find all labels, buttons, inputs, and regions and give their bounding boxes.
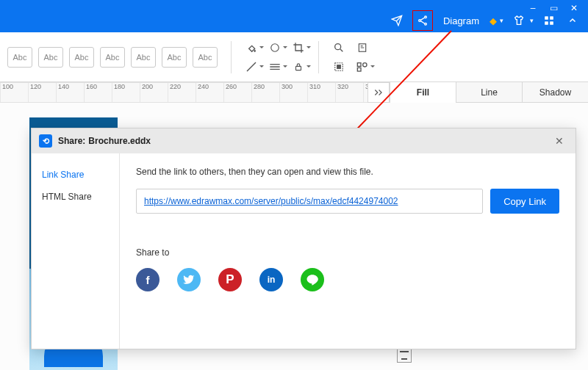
svg-point-14 — [363, 62, 367, 66]
ruler-tick: 280 — [251, 83, 279, 102]
dialog-close-button[interactable]: ✕ — [551, 132, 568, 150]
view-tools — [332, 41, 369, 73]
apps-grid-icon[interactable] — [541, 12, 557, 29]
svg-rect-6 — [550, 21, 553, 25]
dialog-title-filename: Brochure.eddx — [88, 136, 151, 146]
share-to-label: Share to — [136, 247, 559, 258]
ruler-tick: 120 — [28, 83, 56, 102]
ribbon-toolbar: Abc Abc Abc Abc Abc Abc Abc — [0, 32, 588, 82]
ruler-tick: 240 — [196, 83, 223, 102]
components-icon[interactable] — [356, 60, 369, 73]
svg-point-1 — [419, 20, 421, 22]
svg-rect-12 — [337, 65, 341, 68]
svg-rect-4 — [550, 16, 553, 20]
titlebar-actions: Diagram ◆ ▾ ▾ — [389, 10, 581, 31]
tshirt-dropdown-caret-icon[interactable]: ▾ — [530, 17, 534, 24]
style-swatches: Abc Abc Abc Abc Abc Abc Abc — [7, 47, 218, 68]
svg-point-2 — [425, 23, 427, 25]
copy-link-button[interactable]: Copy Link — [490, 189, 559, 214]
dialog-body: Link Share HTML Share Send the link to o… — [32, 153, 576, 349]
tab-fill[interactable]: Fill — [390, 82, 456, 103]
svg-point-7 — [271, 43, 279, 51]
ruler-tick: 140 — [56, 83, 84, 102]
dialog-sidebar: Link Share HTML Share — [32, 153, 120, 349]
shape-tools — [245, 41, 305, 73]
horizontal-ruler: 100 120 140 160 180 200 220 240 260 280 … — [0, 82, 368, 103]
dialog-title-prefix: Share: — [58, 136, 85, 146]
dialog-header: ⟲ Share: Brochure.eddx ✕ — [32, 128, 576, 153]
link-row: Copy Link — [136, 189, 559, 214]
line-style-icon[interactable] — [268, 60, 282, 73]
ruler-tick: 220 — [168, 83, 196, 102]
minimize-button[interactable]: – — [528, 3, 538, 13]
select-all-icon[interactable] — [332, 60, 345, 73]
share-link-input[interactable] — [136, 189, 483, 214]
share-facebook-button[interactable]: f — [136, 268, 159, 291]
collapse-ribbon-icon[interactable] — [564, 12, 581, 29]
diagram-dropdown-caret-icon[interactable]: ▾ — [500, 17, 503, 24]
share-line-button[interactable] — [301, 268, 324, 291]
page-nav-control[interactable] — [397, 348, 412, 363]
page-settings-icon[interactable] — [356, 41, 369, 54]
share-hint-text: Send the link to others, then they can o… — [136, 167, 559, 177]
ruler-tabs-row: 100 120 140 160 180 200 220 240 260 280 … — [0, 82, 588, 103]
svg-rect-15 — [357, 68, 361, 71]
share-linkedin-button[interactable]: in — [259, 268, 283, 291]
share-twitter-button[interactable] — [177, 268, 201, 291]
window-controls: – ▭ ✕ — [528, 3, 579, 13]
ruler-tick: 300 — [279, 83, 307, 102]
ruler-tick: 260 — [223, 83, 251, 102]
share-to-section: Share to f P in — [136, 247, 559, 291]
svg-point-0 — [425, 16, 427, 18]
crop-icon[interactable] — [292, 41, 305, 54]
style-swatch[interactable]: Abc — [100, 47, 125, 68]
app-titlebar: – ▭ ✕ Diagram ◆ ▾ ▾ — [0, 0, 588, 32]
ruler-tick: 200 — [140, 83, 168, 102]
search-icon[interactable] — [332, 41, 345, 54]
share-pinterest-button[interactable]: P — [218, 268, 242, 291]
style-swatch[interactable]: Abc — [38, 47, 63, 68]
style-swatch[interactable]: Abc — [193, 47, 218, 68]
ruler-tick: 160 — [84, 83, 112, 102]
svg-rect-13 — [357, 62, 361, 66]
separator — [231, 41, 232, 73]
tab-line[interactable]: Line — [456, 82, 522, 103]
share-dialog: ⟲ Share: Brochure.eddx ✕ Link Share HTML… — [31, 128, 576, 349]
send-icon[interactable] — [389, 12, 405, 29]
svg-rect-8 — [296, 66, 301, 70]
fill-bucket-icon[interactable] — [245, 41, 258, 54]
premium-diamond-icon[interactable]: ◆ — [490, 15, 497, 26]
app-logo-icon: ⟲ — [39, 134, 52, 148]
ruler-tick: 320 — [335, 83, 363, 102]
separator — [318, 41, 319, 73]
style-swatch[interactable]: Abc — [131, 47, 156, 68]
svg-rect-5 — [545, 21, 548, 25]
style-swatch[interactable]: Abc — [69, 47, 94, 68]
svg-rect-3 — [545, 16, 548, 20]
pen-line-icon[interactable] — [245, 60, 258, 73]
sidebar-item-html-share[interactable]: HTML Share — [32, 186, 119, 208]
ruler-tick: 100 — [0, 83, 28, 102]
expand-panels-button[interactable] — [368, 82, 390, 103]
lock-icon[interactable] — [292, 60, 305, 73]
tab-shadow[interactable]: Shadow — [522, 82, 588, 103]
close-button[interactable]: ✕ — [569, 3, 579, 13]
diagram-label[interactable]: Diagram — [440, 15, 482, 26]
right-panel-tabs: Fill Line Shadow — [390, 82, 588, 103]
ruler-tick: 330 — [363, 83, 368, 102]
ruler-tick: 180 — [112, 83, 140, 102]
svg-point-9 — [335, 43, 341, 49]
style-swatch[interactable]: Abc — [7, 47, 32, 68]
share-icon[interactable] — [412, 10, 433, 31]
ruler-tick: 310 — [307, 83, 335, 102]
restore-button[interactable]: ▭ — [548, 3, 559, 13]
shape-circle-icon[interactable] — [268, 41, 282, 54]
tshirt-icon[interactable] — [511, 12, 527, 29]
sidebar-item-link-share[interactable]: Link Share — [32, 164, 119, 186]
social-buttons: f P in — [136, 268, 559, 291]
style-swatch[interactable]: Abc — [162, 47, 187, 68]
dialog-main: Send the link to others, then they can o… — [120, 153, 576, 349]
